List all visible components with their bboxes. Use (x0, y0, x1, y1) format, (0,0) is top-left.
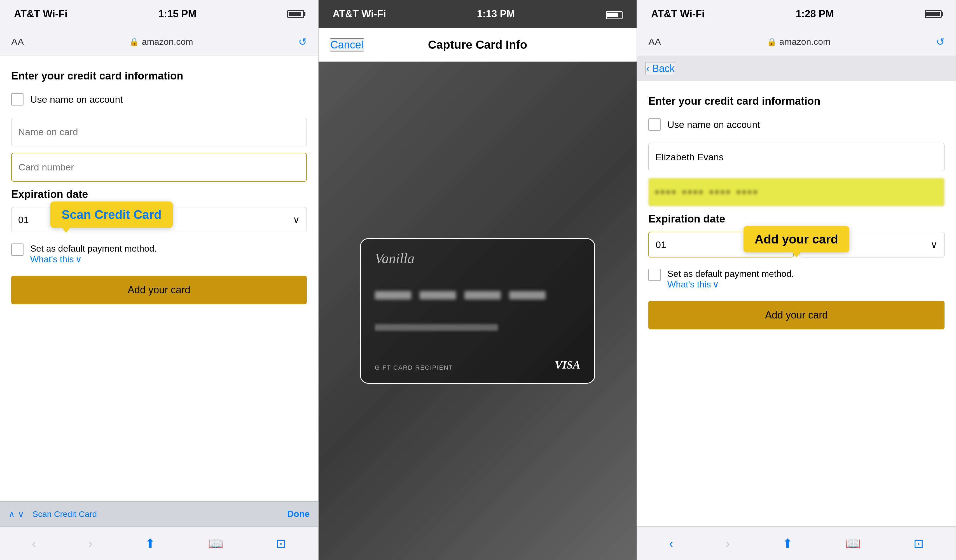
kb-up-left[interactable]: ∧ (8, 509, 15, 519)
card-num-2 (420, 291, 456, 300)
status-bar-middle: AT&T Wi-Fi 1:13 PM (319, 0, 637, 28)
middle-phone: AT&T Wi-Fi 1:13 PM Cancel Capture Card I… (319, 0, 637, 560)
card-recipient-label: GIFT CARD RECIPIENT (375, 364, 453, 371)
tab-bar-right: ‹ › ⬆ 📖 ⊡ (637, 526, 956, 560)
add-card-button-right[interactable]: Add your card (648, 301, 945, 329)
card-brand: VISA (555, 358, 580, 371)
share-tab-right[interactable]: ⬆ (782, 536, 793, 551)
tab-bar-left: ‹ › ⬆ 📖 ⊡ (0, 526, 318, 560)
tabs-tab-right[interactable]: ⊡ (914, 536, 924, 551)
default-checkbox-left[interactable] (11, 243, 24, 256)
back-button-right[interactable]: ‹ Back (646, 62, 675, 75)
nav-url-left: 🔒 amazon.com (129, 37, 193, 47)
card-logo: Vanilla (375, 250, 580, 267)
battery-right (925, 10, 942, 18)
card-bottom: GIFT CARD RECIPIENT VISA (375, 358, 580, 371)
whats-this-left[interactable]: What's this ∨ (30, 254, 157, 265)
lock-icon-right: 🔒 (767, 37, 777, 47)
keyboard-toolbar-left: ∧ ∨ Scan Credit Card Done (0, 501, 318, 526)
forward-tab-right[interactable]: › (726, 536, 730, 551)
share-tab-left[interactable]: ⬆ (145, 536, 156, 551)
default-text-right: Set as default payment method. (667, 269, 794, 279)
left-phone: AT&T Wi-Fi 1:15 PM AA 🔒 amazon.com ↺ Ent… (0, 0, 319, 560)
checkbox-label-left: Use name on account (30, 94, 123, 105)
card-num-3 (464, 291, 501, 300)
form-title-left: Enter your credit card information (11, 70, 307, 82)
whats-this-right[interactable]: What's this ∨ (667, 279, 794, 290)
use-name-checkbox-right[interactable] (648, 118, 660, 131)
nav-aa-left[interactable]: AA (11, 36, 24, 47)
card-inner: Vanilla GIFT CARD RECIPIENT VISA (361, 239, 594, 383)
capture-header: Cancel Capture Card Info (319, 28, 637, 61)
default-checkbox-right[interactable] (648, 269, 660, 281)
kb-down-left[interactable]: ∨ (17, 509, 24, 519)
expiry-label-right: Expiration date (648, 213, 945, 225)
nav-bar-left: AA 🔒 amazon.com ↺ (0, 28, 318, 56)
add-card-button-left[interactable]: Add your card (11, 276, 307, 304)
bookmarks-tab-left[interactable]: 📖 (208, 536, 223, 551)
nav-refresh-right[interactable]: ↺ (936, 36, 945, 48)
battery-icon-right (925, 10, 942, 18)
default-row-left: Set as default payment method. What's th… (11, 243, 307, 265)
card-num-1 (375, 291, 411, 300)
time-right: 1:28 PM (796, 8, 834, 20)
battery-middle (606, 8, 623, 20)
tabs-tab-left[interactable]: ⊡ (276, 536, 286, 551)
battery-icon-middle (606, 11, 623, 19)
expiry-label-left: Expiration date (11, 188, 307, 201)
card-number-right[interactable]: •••• •••• •••• •••• (648, 178, 945, 206)
nav-aa-right[interactable]: AA (648, 36, 661, 47)
nav-bar-right: AA 🔒 amazon.com ↺ (637, 28, 956, 56)
back-tab-left[interactable]: ‹ (32, 536, 36, 551)
add-card-tooltip-right: Add your card (744, 226, 849, 253)
time-left: 1:15 PM (158, 8, 196, 20)
content-right: Enter your credit card information Use n… (637, 81, 956, 526)
kb-arrows-left: ∧ ∨ (8, 509, 24, 519)
time-middle: 1:13 PM (477, 8, 515, 20)
camera-viewfinder: Vanilla GIFT CARD RECIPIENT VISA (319, 61, 637, 560)
right-phone: AT&T Wi-Fi 1:28 PM AA 🔒 amazon.com ↺ ‹ B… (637, 0, 956, 560)
carrier-right: AT&T Wi-Fi (651, 8, 704, 20)
carrier-middle: AT&T Wi-Fi (333, 8, 386, 20)
back-bar-right: ‹ Back (637, 56, 956, 81)
name-input-right[interactable] (648, 143, 945, 171)
status-bar-left: AT&T Wi-Fi 1:15 PM (0, 0, 318, 28)
status-bar-right: AT&T Wi-Fi 1:28 PM (637, 0, 956, 28)
forward-tab-left[interactable]: › (88, 536, 93, 551)
back-tab-right[interactable]: ‹ (669, 536, 673, 551)
checkbox-row-left: Use name on account (11, 93, 307, 105)
carrier-left: AT&T Wi-Fi (14, 8, 68, 20)
kb-scan-left[interactable]: Scan Credit Card (33, 509, 97, 519)
bookmarks-tab-right[interactable]: 📖 (846, 536, 861, 551)
scan-credit-card-tooltip-left: Scan Credit Card (50, 201, 173, 228)
card-frame: Vanilla GIFT CARD RECIPIENT VISA (360, 238, 595, 384)
lock-icon-left: 🔒 (129, 37, 139, 47)
capture-title: Capture Card Info (428, 38, 527, 52)
card-recipient-area: GIFT CARD RECIPIENT (375, 364, 453, 371)
battery-icon-left (287, 10, 304, 18)
checkbox-row-right: Use name on account (648, 118, 945, 131)
use-name-checkbox-left[interactable] (11, 93, 24, 105)
nav-refresh-left[interactable]: ↺ (299, 36, 307, 48)
nav-url-right: 🔒 amazon.com (767, 37, 830, 47)
expiry-row-right: 01 ∨ 2024 ∨ Add your card (648, 232, 945, 257)
cancel-button-middle[interactable]: Cancel (330, 38, 364, 52)
content-left: Enter your credit card information Use n… (0, 56, 318, 501)
expiry-row-left: 01 ∨ Scan Credit Card (11, 207, 307, 232)
battery-left (287, 10, 304, 18)
kb-done-left[interactable]: Done (287, 509, 310, 519)
card-number-row (375, 291, 580, 300)
card-input-left[interactable] (11, 153, 307, 182)
default-text-left: Set as default payment method. (30, 243, 157, 254)
card-num-4 (509, 291, 546, 300)
checkbox-label-right: Use name on account (667, 119, 760, 130)
name-input-left[interactable] (11, 118, 307, 146)
default-row-right: Set as default payment method. What's th… (648, 269, 945, 290)
form-title-right: Enter your credit card information (648, 95, 945, 107)
